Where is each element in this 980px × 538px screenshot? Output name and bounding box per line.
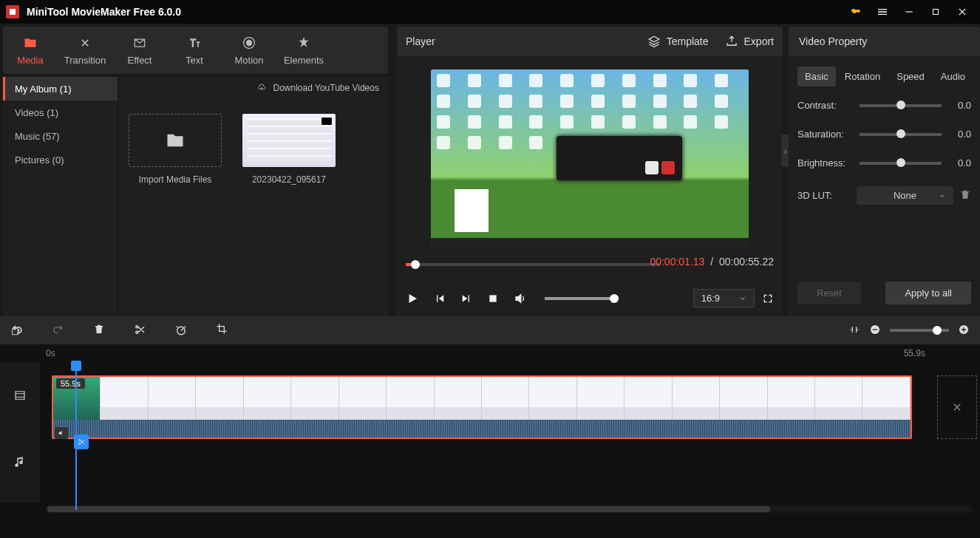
video-badge-icon	[321, 117, 333, 126]
tab-effect[interactable]: Effect	[112, 27, 167, 74]
export-button[interactable]: Export	[725, 35, 774, 48]
saturation-value: 0.0	[950, 129, 971, 140]
menu-icon[interactable]	[871, 0, 894, 24]
import-media-card[interactable]: Import Media Files	[129, 114, 222, 185]
contrast-value: 0.0	[950, 100, 971, 111]
contrast-label: Contrast:	[797, 100, 851, 111]
tab-media[interactable]: Media	[3, 27, 58, 74]
license-key-icon[interactable]	[844, 0, 868, 24]
player-body: 00:00:01.13 / 00:00:55.22 16:9	[397, 56, 783, 316]
tab-label: Effect	[127, 55, 152, 66]
category-videos[interactable]: Videos (1)	[3, 101, 118, 124]
stop-button[interactable]	[487, 293, 499, 304]
timeline: 0s 55.9s 55.9s	[0, 316, 980, 538]
tab-label: Media	[17, 55, 43, 66]
next-frame-button[interactable]	[460, 293, 472, 304]
ruler-end: 55.9s	[904, 348, 925, 358]
reset-button[interactable]: Reset	[797, 282, 861, 304]
player-header: Player Template Export	[397, 27, 783, 56]
add-track-button[interactable]	[10, 327, 22, 341]
media-category-sidebar: My Album (1) Videos (1) Music (57) Pictu…	[3, 77, 118, 316]
timeline-scrollbar[interactable]	[46, 505, 973, 513]
apply-all-button[interactable]: Apply to all	[885, 282, 971, 304]
volume-button[interactable]	[514, 292, 527, 305]
video-property-body: Basic Rotation Speed Audio Contrast: 0.0…	[789, 56, 980, 316]
delete-lut-button[interactable]	[959, 188, 971, 202]
tab-label: Motion	[234, 55, 263, 66]
transition-slot[interactable]	[937, 375, 977, 439]
tab-label: Transition	[64, 55, 106, 66]
brightness-label: Brightness:	[797, 157, 851, 168]
time-current: 00:00:01.13	[650, 256, 704, 268]
zoom-slider[interactable]	[890, 329, 949, 332]
svg-point-0	[246, 39, 252, 45]
preview-doc-thumb	[455, 189, 489, 232]
prop-tab-basic[interactable]: Basic	[797, 67, 836, 86]
download-youtube-link[interactable]: Download YouTube Videos	[256, 83, 379, 93]
template-button[interactable]: Template	[647, 35, 709, 48]
lut-label: 3D LUT:	[797, 190, 851, 201]
speed-button[interactable]	[174, 323, 188, 338]
category-pictures[interactable]: Pictures (0)	[3, 148, 118, 171]
fit-timeline-button[interactable]	[848, 324, 860, 338]
folder-icon	[165, 130, 186, 151]
app-logo	[6, 5, 19, 18]
lut-select[interactable]: None	[857, 186, 953, 205]
clip-duration-badge: 55.9s	[56, 378, 85, 389]
volume-slider[interactable]	[545, 297, 619, 300]
timeline-tracks: 55.9s	[0, 362, 980, 503]
chevron-down-icon	[739, 295, 746, 302]
prop-tab-audio[interactable]: Audio	[933, 67, 973, 86]
media-clip-item[interactable]: 20230422_095617	[242, 114, 336, 185]
prev-frame-button[interactable]	[434, 293, 446, 304]
tab-text[interactable]: Text	[167, 27, 222, 74]
prop-tab-speed[interactable]: Speed	[889, 67, 932, 86]
clip-waveform	[53, 420, 911, 437]
close-button[interactable]	[950, 0, 974, 24]
time-total: 00:00:55.22	[719, 256, 774, 268]
main-toolbar: Media Transition Effect Text Motion Elem…	[3, 27, 388, 74]
prop-tab-rotation[interactable]: Rotation	[837, 67, 888, 86]
delete-button[interactable]	[93, 323, 105, 338]
zoom-in-button[interactable]	[958, 324, 970, 338]
app-title: MiniTool MovieMaker Free 6.0.0	[27, 6, 181, 18]
clip-mute-button[interactable]	[55, 427, 68, 439]
title-bar: MiniTool MovieMaker Free 6.0.0	[0, 0, 980, 24]
seek-bar[interactable]	[406, 263, 660, 266]
chevron-down-icon	[939, 192, 946, 200]
zoom-out-button[interactable]	[869, 324, 881, 338]
category-music[interactable]: Music (57)	[3, 124, 118, 148]
clip-split-handle[interactable]	[74, 435, 89, 449]
saturation-label: Saturation:	[797, 129, 851, 140]
player-title: Player	[406, 35, 435, 47]
aspect-ratio-select[interactable]: 16:9	[693, 289, 755, 307]
video-preview[interactable]	[431, 69, 749, 248]
audio-track-icon	[0, 429, 40, 495]
timecode: 00:00:01.13 / 00:00:55.22	[650, 256, 774, 268]
tab-transition[interactable]: Transition	[58, 27, 112, 74]
split-button[interactable]	[133, 323, 146, 338]
timeline-clip[interactable]: 55.9s	[52, 375, 912, 439]
export-icon	[725, 35, 738, 48]
tab-elements[interactable]: Elements	[276, 27, 331, 74]
clip-thumbnails	[53, 377, 911, 420]
import-label: Import Media Files	[129, 174, 222, 185]
category-my-album[interactable]: My Album (1)	[3, 77, 118, 101]
fullscreen-button[interactable]	[762, 293, 774, 304]
timeline-ruler[interactable]: 0s 55.9s	[0, 344, 980, 362]
play-button[interactable]	[406, 292, 419, 305]
contrast-slider[interactable]	[860, 104, 942, 107]
saturation-slider[interactable]	[860, 133, 942, 136]
layers-icon	[647, 35, 661, 48]
preview-recorder-box	[557, 136, 682, 180]
redo-button[interactable]	[52, 323, 65, 338]
minimize-button[interactable]	[897, 0, 921, 24]
brightness-slider[interactable]	[860, 162, 942, 165]
video-property-header: Video Property	[789, 27, 980, 56]
tab-motion[interactable]: Motion	[222, 27, 276, 74]
crop-button[interactable]	[216, 323, 228, 338]
maximize-button[interactable]	[924, 0, 947, 24]
tab-label: Text	[186, 55, 203, 66]
tab-label: Elements	[284, 55, 324, 66]
video-track-icon	[0, 362, 40, 429]
